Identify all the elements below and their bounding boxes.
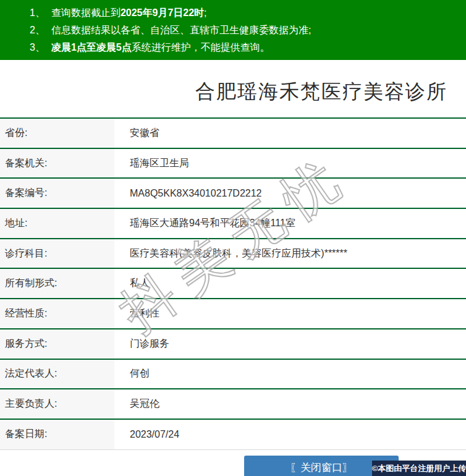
- table-row: 服务方式: 门诊服务: [0, 329, 466, 360]
- table-row: 诊疗科目: 医疗美容科(美容皮肤科，美容医疗应用技术)******: [0, 239, 466, 270]
- notice-number: 1、: [30, 7, 45, 18]
- table-row: 所有制形式: 私人: [0, 269, 466, 299]
- row-value: 营利性: [114, 299, 466, 328]
- row-label: 法定代表人:: [0, 360, 114, 389]
- result-page: 合肥瑶海禾梵医疗美容诊所 省份: 安徽省 备案机关: 瑶海区卫生局 备案编号: …: [0, 60, 466, 450]
- notice-number: 2、: [30, 25, 45, 35]
- row-value: 2023/07/24: [114, 420, 466, 449]
- row-value: 吴冠伦: [114, 389, 466, 419]
- notice-line: 2、信息数据结果以各省、自治区、直辖市卫生健康委数据为准;: [30, 22, 466, 39]
- notice-text-bold: 凌晨1点至凌晨5点: [51, 42, 132, 53]
- notice-line: 1、查询数据截止到2025年9月7日22时;: [30, 4, 466, 22]
- row-label: 地址:: [0, 209, 114, 238]
- row-value: 私人: [114, 269, 466, 298]
- row-label: 备案机关:: [0, 149, 114, 178]
- title-band: 合肥瑶海禾梵医疗美容诊所: [0, 60, 466, 117]
- uploader-credit-badge: ©本图由平台注册用户上传: [372, 461, 466, 476]
- table-row: 备案编号: MA8Q5KK8X34010217D2212: [0, 179, 466, 209]
- row-label: 所有制形式:: [0, 269, 114, 298]
- row-label: 备案编号:: [0, 179, 114, 208]
- row-label: 主要负责人:: [0, 389, 114, 419]
- page-title: 合肥瑶海禾梵医疗美容诊所: [0, 60, 466, 106]
- notice-text: ;: [204, 7, 206, 18]
- notice-text: 信息数据结果以各省、自治区、直辖市卫生健康委数据为准;: [51, 25, 311, 35]
- table-row: 主要负责人: 吴冠伦: [0, 389, 466, 420]
- row-label: 省份:: [0, 119, 114, 148]
- row-label: 经营性质:: [0, 299, 114, 328]
- table-row: 经营性质: 营利性: [0, 299, 466, 329]
- table-row: 备案机关: 瑶海区卫生局: [0, 149, 466, 179]
- row-value: 门诊服务: [114, 329, 466, 359]
- row-value: 瑶海区大通路94号和平花园34幢111室: [114, 209, 466, 238]
- notice-line: 3、凌晨1点至凌晨5点系统进行维护，不能提供查询。: [30, 39, 466, 56]
- notice-number: 3、: [30, 42, 45, 53]
- row-label: 服务方式:: [0, 329, 114, 359]
- row-label: 诊疗科目:: [0, 239, 114, 268]
- row-value: 安徽省: [114, 119, 466, 148]
- record-table: 省份: 安徽省 备案机关: 瑶海区卫生局 备案编号: MA8Q5KK8X3401…: [0, 117, 466, 450]
- table-row: 地址: 瑶海区大通路94号和平花园34幢111室: [0, 209, 466, 239]
- row-label: 备案日期:: [0, 420, 114, 449]
- table-row: 法定代表人: 何创: [0, 360, 466, 390]
- row-value: 何创: [114, 360, 466, 389]
- table-row: 备案日期: 2023/07/24: [0, 420, 466, 450]
- table-row: 省份: 安徽省: [0, 119, 466, 149]
- notice-text: 查询数据截止到: [51, 7, 121, 18]
- row-value: 瑶海区卫生局: [114, 149, 466, 178]
- row-value: MA8Q5KK8X34010217D2212: [114, 179, 466, 208]
- notice-text-bold: 2025年9月7日22时: [121, 7, 204, 18]
- row-value: 医疗美容科(美容皮肤科，美容医疗应用技术)******: [114, 239, 466, 268]
- notice-banner: 1、查询数据截止到2025年9月7日22时; 2、信息数据结果以各省、自治区、直…: [0, 0, 466, 60]
- notice-text: 系统进行维护，不能提供查询。: [132, 42, 270, 53]
